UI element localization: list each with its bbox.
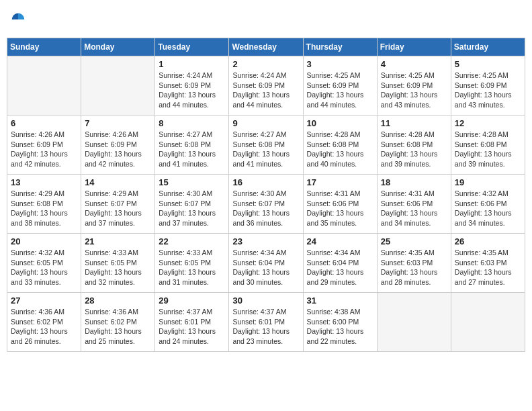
day-info: Sunrise: 4:28 AM Sunset: 6:08 PM Dayligh… bbox=[381, 130, 447, 169]
day-number: 19 bbox=[455, 177, 521, 187]
day-number: 1 bbox=[159, 59, 225, 69]
calendar-day-cell bbox=[451, 293, 525, 352]
calendar-day-cell: 7Sunrise: 4:26 AM Sunset: 6:09 PM Daylig… bbox=[81, 116, 155, 175]
calendar-week-row: 6Sunrise: 4:26 AM Sunset: 6:09 PM Daylig… bbox=[7, 116, 525, 175]
day-number: 12 bbox=[455, 118, 521, 128]
calendar-day-cell: 9Sunrise: 4:27 AM Sunset: 6:08 PM Daylig… bbox=[229, 116, 303, 175]
day-info: Sunrise: 4:30 AM Sunset: 6:07 PM Dayligh… bbox=[159, 189, 225, 228]
day-number: 20 bbox=[11, 236, 77, 246]
day-number: 28 bbox=[85, 295, 151, 306]
weekday-header-row: SundayMondayTuesdayWednesdayThursdayFrid… bbox=[7, 38, 525, 56]
day-info: Sunrise: 4:28 AM Sunset: 6:08 PM Dayligh… bbox=[455, 130, 521, 169]
day-number: 29 bbox=[159, 295, 225, 306]
weekday-header-cell: Wednesday bbox=[229, 38, 303, 56]
day-number: 27 bbox=[11, 295, 77, 306]
calendar-day-cell bbox=[377, 293, 451, 352]
calendar-day-cell: 20Sunrise: 4:32 AM Sunset: 6:05 PM Dayli… bbox=[7, 234, 81, 293]
calendar-day-cell: 19Sunrise: 4:32 AM Sunset: 6:06 PM Dayli… bbox=[451, 175, 525, 234]
day-info: Sunrise: 4:24 AM Sunset: 6:09 PM Dayligh… bbox=[232, 71, 299, 110]
calendar-day-cell: 31Sunrise: 4:38 AM Sunset: 6:00 PM Dayli… bbox=[303, 293, 377, 352]
day-info: Sunrise: 4:33 AM Sunset: 6:05 PM Dayligh… bbox=[159, 248, 225, 287]
day-info: Sunrise: 4:25 AM Sunset: 6:09 PM Dayligh… bbox=[381, 71, 447, 110]
calendar-day-cell: 2Sunrise: 4:24 AM Sunset: 6:09 PM Daylig… bbox=[229, 56, 303, 116]
weekday-header-cell: Sunday bbox=[7, 38, 81, 56]
calendar-day-cell: 25Sunrise: 4:35 AM Sunset: 6:03 PM Dayli… bbox=[377, 234, 451, 293]
calendar-day-cell: 3Sunrise: 4:25 AM Sunset: 6:09 PM Daylig… bbox=[303, 56, 377, 116]
day-info: Sunrise: 4:31 AM Sunset: 6:06 PM Dayligh… bbox=[307, 189, 373, 228]
day-info: Sunrise: 4:35 AM Sunset: 6:03 PM Dayligh… bbox=[455, 248, 521, 287]
day-info: Sunrise: 4:26 AM Sunset: 6:09 PM Dayligh… bbox=[11, 130, 77, 169]
day-number: 14 bbox=[85, 177, 151, 187]
calendar-day-cell: 22Sunrise: 4:33 AM Sunset: 6:05 PM Dayli… bbox=[155, 234, 229, 293]
day-info: Sunrise: 4:33 AM Sunset: 6:05 PM Dayligh… bbox=[85, 248, 151, 287]
day-info: Sunrise: 4:29 AM Sunset: 6:07 PM Dayligh… bbox=[85, 189, 151, 228]
day-info: Sunrise: 4:37 AM Sunset: 6:01 PM Dayligh… bbox=[159, 307, 225, 347]
day-number: 30 bbox=[232, 295, 299, 306]
day-info: Sunrise: 4:26 AM Sunset: 6:09 PM Dayligh… bbox=[85, 130, 151, 169]
day-number: 3 bbox=[307, 59, 373, 69]
day-number: 9 bbox=[232, 118, 299, 128]
calendar-week-row: 27Sunrise: 4:36 AM Sunset: 6:02 PM Dayli… bbox=[7, 293, 525, 352]
logo-icon bbox=[11, 12, 26, 27]
calendar-day-cell: 10Sunrise: 4:28 AM Sunset: 6:08 PM Dayli… bbox=[303, 116, 377, 175]
day-number: 23 bbox=[232, 236, 299, 246]
day-number: 18 bbox=[381, 177, 447, 187]
calendar-day-cell: 21Sunrise: 4:33 AM Sunset: 6:05 PM Dayli… bbox=[81, 234, 155, 293]
calendar-day-cell: 8Sunrise: 4:27 AM Sunset: 6:08 PM Daylig… bbox=[155, 116, 229, 175]
calendar-day-cell: 1Sunrise: 4:24 AM Sunset: 6:09 PM Daylig… bbox=[155, 56, 229, 116]
weekday-header-cell: Thursday bbox=[303, 38, 377, 56]
day-number: 7 bbox=[85, 118, 151, 128]
day-info: Sunrise: 4:29 AM Sunset: 6:08 PM Dayligh… bbox=[11, 189, 77, 228]
weekday-header-cell: Friday bbox=[377, 38, 451, 56]
calendar-week-row: 20Sunrise: 4:32 AM Sunset: 6:05 PM Dayli… bbox=[7, 234, 525, 293]
day-number: 11 bbox=[381, 118, 447, 128]
calendar-day-cell bbox=[81, 56, 155, 116]
day-info: Sunrise: 4:27 AM Sunset: 6:08 PM Dayligh… bbox=[159, 130, 225, 169]
calendar-day-cell: 18Sunrise: 4:31 AM Sunset: 6:06 PM Dayli… bbox=[377, 175, 451, 234]
day-info: Sunrise: 4:34 AM Sunset: 6:04 PM Dayligh… bbox=[307, 248, 373, 287]
calendar-day-cell: 30Sunrise: 4:37 AM Sunset: 6:01 PM Dayli… bbox=[229, 293, 303, 352]
calendar-week-row: 1Sunrise: 4:24 AM Sunset: 6:09 PM Daylig… bbox=[7, 56, 525, 116]
day-info: Sunrise: 4:36 AM Sunset: 6:02 PM Dayligh… bbox=[85, 307, 151, 347]
day-info: Sunrise: 4:30 AM Sunset: 6:07 PM Dayligh… bbox=[232, 189, 299, 228]
calendar-day-cell: 17Sunrise: 4:31 AM Sunset: 6:06 PM Dayli… bbox=[303, 175, 377, 234]
calendar-day-cell: 29Sunrise: 4:37 AM Sunset: 6:01 PM Dayli… bbox=[155, 293, 229, 352]
day-number: 26 bbox=[455, 236, 521, 246]
calendar-day-cell: 26Sunrise: 4:35 AM Sunset: 6:03 PM Dayli… bbox=[451, 234, 525, 293]
day-number: 16 bbox=[232, 177, 299, 187]
day-number: 13 bbox=[11, 177, 77, 187]
calendar-day-cell: 23Sunrise: 4:34 AM Sunset: 6:04 PM Dayli… bbox=[229, 234, 303, 293]
day-info: Sunrise: 4:25 AM Sunset: 6:09 PM Dayligh… bbox=[307, 71, 373, 110]
day-number: 31 bbox=[307, 295, 373, 306]
calendar-day-cell bbox=[7, 56, 81, 116]
day-number: 8 bbox=[159, 118, 225, 128]
day-number: 17 bbox=[307, 177, 373, 187]
day-info: Sunrise: 4:35 AM Sunset: 6:03 PM Dayligh… bbox=[381, 248, 447, 287]
day-info: Sunrise: 4:37 AM Sunset: 6:01 PM Dayligh… bbox=[232, 307, 299, 347]
day-number: 5 bbox=[455, 59, 521, 69]
calendar-day-cell: 13Sunrise: 4:29 AM Sunset: 6:08 PM Dayli… bbox=[7, 175, 81, 234]
calendar-table: SundayMondayTuesdayWednesdayThursdayFrid… bbox=[7, 38, 525, 352]
calendar-day-cell: 11Sunrise: 4:28 AM Sunset: 6:08 PM Dayli… bbox=[377, 116, 451, 175]
page-header bbox=[7, 7, 525, 32]
weekday-header-cell: Saturday bbox=[451, 38, 525, 56]
day-info: Sunrise: 4:31 AM Sunset: 6:06 PM Dayligh… bbox=[381, 189, 447, 228]
day-info: Sunrise: 4:28 AM Sunset: 6:08 PM Dayligh… bbox=[307, 130, 373, 169]
day-info: Sunrise: 4:32 AM Sunset: 6:05 PM Dayligh… bbox=[11, 248, 77, 287]
calendar-day-cell: 24Sunrise: 4:34 AM Sunset: 6:04 PM Dayli… bbox=[303, 234, 377, 293]
day-info: Sunrise: 4:32 AM Sunset: 6:06 PM Dayligh… bbox=[455, 189, 521, 228]
day-number: 24 bbox=[307, 236, 373, 246]
calendar-day-cell: 12Sunrise: 4:28 AM Sunset: 6:08 PM Dayli… bbox=[451, 116, 525, 175]
day-number: 6 bbox=[11, 118, 77, 128]
day-number: 21 bbox=[85, 236, 151, 246]
calendar-day-cell: 27Sunrise: 4:36 AM Sunset: 6:02 PM Dayli… bbox=[7, 293, 81, 352]
weekday-header-cell: Tuesday bbox=[155, 38, 229, 56]
logo bbox=[9, 12, 26, 27]
calendar-week-row: 13Sunrise: 4:29 AM Sunset: 6:08 PM Dayli… bbox=[7, 175, 525, 234]
day-info: Sunrise: 4:36 AM Sunset: 6:02 PM Dayligh… bbox=[11, 307, 77, 347]
calendar-day-cell: 4Sunrise: 4:25 AM Sunset: 6:09 PM Daylig… bbox=[377, 56, 451, 116]
calendar-day-cell: 15Sunrise: 4:30 AM Sunset: 6:07 PM Dayli… bbox=[155, 175, 229, 234]
day-number: 10 bbox=[307, 118, 373, 128]
calendar-day-cell: 5Sunrise: 4:25 AM Sunset: 6:09 PM Daylig… bbox=[451, 56, 525, 116]
day-number: 25 bbox=[381, 236, 447, 246]
